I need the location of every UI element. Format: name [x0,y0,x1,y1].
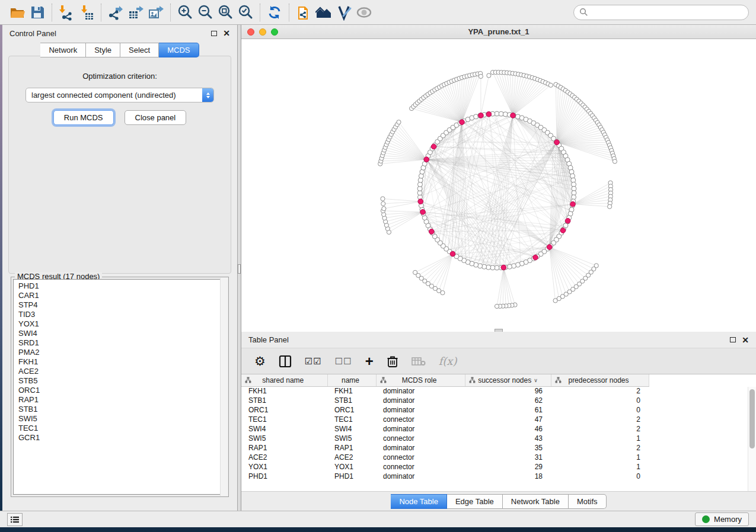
cell-shared-name[interactable]: PHD1 [241,472,327,481]
cell-predecessor-nodes[interactable]: 1 [551,434,649,443]
select-all-checked-icon[interactable]: ☑☑ [305,352,322,370]
cell-mcds-role[interactable]: dominator [376,396,465,405]
cell-predecessor-nodes[interactable]: 0 [551,472,649,481]
show-columns-icon[interactable] [279,352,292,370]
cell-mcds-role[interactable]: connector [376,415,465,424]
cell-predecessor-nodes[interactable]: 0 [551,405,649,415]
cell-predecessor-nodes[interactable]: 1 [551,453,649,462]
cell-predecessor-nodes[interactable]: 2 [551,424,649,434]
cell-shared-name[interactable]: ORC1 [241,405,327,415]
float-table-panel-icon[interactable] [730,337,736,342]
cell-mcds-role[interactable]: dominator [376,443,465,453]
control-panel-tab[interactable]: Style [86,43,120,57]
column-header[interactable]: MCDS role [376,374,465,386]
cell-mcds-role[interactable]: dominator [376,472,465,481]
table-row[interactable]: FKH1 FKH1 dominator 96 2 [241,386,756,396]
mcds-result-item[interactable]: TEC1 [18,424,226,433]
cell-successor-nodes[interactable]: 47 [465,415,551,424]
export-table-icon[interactable] [126,2,146,23]
cell-shared-name[interactable]: YOX1 [241,462,327,472]
table-row[interactable]: RAP1 RAP1 dominator 35 2 [241,443,756,453]
deselect-all-unchecked-icon[interactable]: ☐☐ [335,352,352,370]
table-scrollbar[interactable] [748,387,756,491]
cell-name[interactable]: TEC1 [327,415,376,424]
table-row[interactable]: STB1 STB1 dominator 62 0 [241,396,756,405]
cell-name[interactable]: RAP1 [327,443,376,453]
splitter-handle[interactable] [238,264,241,274]
search-input[interactable] [592,8,743,17]
import-network-icon[interactable] [56,2,76,23]
cell-successor-nodes[interactable]: 18 [465,472,551,481]
cell-mcds-role[interactable]: dominator [376,424,465,434]
mcds-result-item[interactable]: YOX1 [18,319,226,329]
mcds-result-item[interactable]: STB1 [18,405,226,414]
table-row[interactable]: SWI5 SWI5 connector 43 1 [241,434,756,443]
cell-shared-name[interactable]: TEC1 [241,415,327,424]
mcds-result-item[interactable]: RAP1 [18,395,226,405]
new-network-from-selection-icon[interactable] [294,2,314,23]
cell-successor-nodes[interactable]: 61 [465,405,551,415]
control-panel-tab[interactable]: Network [40,43,86,57]
run-mcds-button[interactable]: Run MCDS [53,110,114,125]
cell-mcds-role[interactable]: dominator [376,405,465,415]
network-graph[interactable] [241,39,756,331]
show-all-networks-icon[interactable] [314,2,334,23]
table-row[interactable]: SWI4 SWI4 dominator 46 2 [241,424,756,434]
cell-name[interactable]: SWI4 [327,424,376,434]
delete-column-trash-icon[interactable] [387,352,398,370]
cell-shared-name[interactable]: ACE2 [241,453,327,462]
control-panel-tab[interactable]: Select [120,43,159,57]
mcds-result-item[interactable]: ORC1 [18,386,226,395]
cell-successor-nodes[interactable]: 29 [465,462,551,472]
result-list-scrollbar[interactable] [220,278,228,496]
close-panel-icon[interactable]: ✕ [223,30,230,36]
cell-successor-nodes[interactable]: 46 [465,424,551,434]
mcds-result-item[interactable]: FKH1 [18,357,226,367]
cell-predecessor-nodes[interactable]: 2 [551,386,649,396]
cell-predecessor-nodes[interactable]: 2 [551,443,649,453]
table-row[interactable]: PHD1 PHD1 dominator 18 0 [241,472,756,481]
mcds-result-item[interactable]: GCR1 [18,433,226,443]
zoom-fit-icon[interactable] [215,2,235,23]
table-tab[interactable]: Node Table [391,494,447,509]
refresh-layout-icon[interactable] [264,2,285,23]
table-row[interactable]: YOX1 YOX1 connector 29 1 [241,462,756,472]
cell-mcds-role[interactable]: connector [376,453,465,462]
cell-shared-name[interactable]: SWI4 [241,424,327,434]
mcds-result-item[interactable]: CAR1 [18,291,226,300]
cell-successor-nodes[interactable]: 35 [465,443,551,453]
add-column-icon[interactable]: + [365,352,374,370]
cell-name[interactable]: FKH1 [327,386,376,396]
save-session-icon[interactable] [27,2,47,23]
mcds-result-item[interactable]: STP4 [18,300,226,310]
mcds-result-item[interactable]: ACE2 [18,367,226,376]
close-table-panel-icon[interactable]: ✕ [742,337,749,343]
float-panel-icon[interactable] [211,31,217,36]
search-field[interactable] [573,5,749,20]
table-scrollbar-thumb[interactable] [749,389,755,448]
zoom-selected-icon[interactable] [235,2,256,23]
cell-shared-name[interactable]: STB1 [241,396,327,405]
cell-mcds-role[interactable]: connector [376,434,465,443]
cell-name[interactable]: ORC1 [327,405,376,415]
table-row[interactable]: ACE2 ACE2 connector 31 1 [241,453,756,462]
table-row[interactable]: TEC1 TEC1 connector 47 2 [241,415,756,424]
cell-successor-nodes[interactable]: 96 [465,386,551,396]
cell-successor-nodes[interactable]: 62 [465,396,551,405]
table-tab[interactable]: Network Table [503,494,569,509]
mcds-result-item[interactable]: PHD1 [18,281,226,291]
mcds-result-item[interactable]: SWI5 [18,414,226,424]
cell-shared-name[interactable]: FKH1 [241,386,327,396]
column-header[interactable]: successor nodes∨ [465,374,551,386]
column-header[interactable]: name [327,374,376,386]
mcds-result-item[interactable]: PMA2 [18,348,226,357]
close-panel-button[interactable]: Close panel [125,110,187,125]
cell-predecessor-nodes[interactable]: 0 [551,396,649,405]
export-network-icon[interactable] [106,2,126,23]
mcds-result-item[interactable]: TID3 [18,310,226,319]
mcds-result-item[interactable]: SWI4 [18,329,226,338]
control-panel-tab[interactable]: MCDS [159,43,199,57]
vizmapper-icon[interactable] [334,2,354,23]
network-titlebar[interactable]: YPA_prune.txt_1 [241,25,756,39]
export-image-icon[interactable] [146,2,166,23]
